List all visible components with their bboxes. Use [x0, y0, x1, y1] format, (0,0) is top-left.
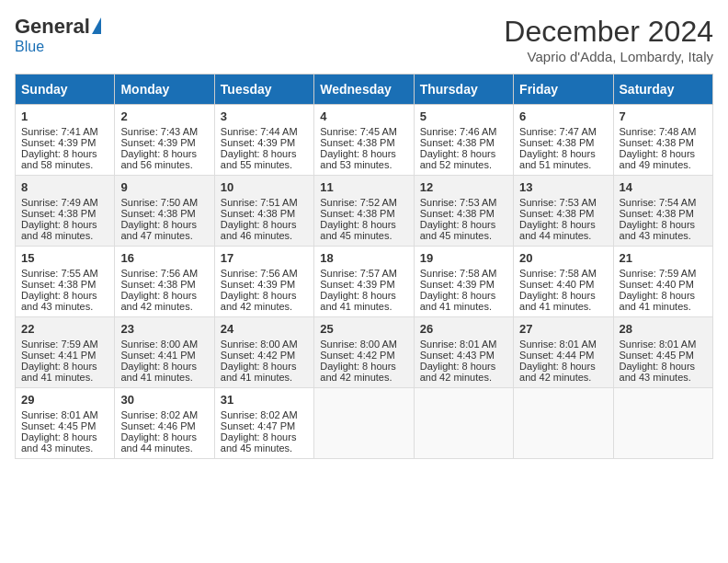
daylight-label: Daylight: 8 hours and 42 minutes. [221, 290, 297, 312]
day-cell-31: 31 Sunrise: 8:02 AM Sunset: 4:47 PM Dayl… [214, 388, 313, 459]
daylight-label: Daylight: 8 hours and 53 minutes. [320, 148, 396, 170]
day-number: 14 [620, 180, 707, 194]
sunset-label: Sunset: 4:38 PM [620, 208, 694, 219]
sunset-label: Sunset: 4:39 PM [420, 279, 495, 290]
header-thursday: Thursday [414, 75, 513, 105]
daylight-label: Daylight: 8 hours and 45 minutes. [221, 431, 297, 454]
sunset-label: Sunset: 4:39 PM [221, 279, 295, 290]
sunset-label: Sunset: 4:39 PM [221, 137, 295, 148]
day-cell-empty [414, 388, 513, 459]
daylight-label: Daylight: 8 hours and 43 minutes. [21, 290, 97, 312]
day-number: 12 [420, 180, 507, 194]
sunrise-label: Sunrise: 7:56 AM [120, 268, 198, 279]
day-number: 10 [221, 180, 308, 194]
day-cell-16: 16 Sunrise: 7:56 AM Sunset: 4:38 PM Dayl… [115, 247, 214, 317]
logo-blue: Blue [15, 39, 44, 55]
day-number: 17 [221, 251, 308, 265]
sunrise-label: Sunrise: 7:54 AM [620, 197, 697, 208]
day-cell-empty [514, 388, 613, 459]
daylight-label: Daylight: 8 hours and 41 minutes. [221, 361, 297, 383]
daylight-label: Daylight: 8 hours and 45 minutes. [320, 219, 396, 241]
sunrise-label: Sunrise: 7:50 AM [120, 197, 198, 208]
day-number: 26 [420, 322, 507, 336]
day-number: 6 [519, 109, 607, 123]
daylight-label: Daylight: 8 hours and 58 minutes. [21, 148, 97, 170]
day-number: 19 [420, 251, 507, 265]
sunset-label: Sunset: 4:38 PM [519, 208, 594, 219]
calendar-row-1: 1 Sunrise: 7:41 AM Sunset: 4:39 PM Dayli… [16, 105, 713, 176]
day-cell-29: 29 Sunrise: 8:01 AM Sunset: 4:45 PM Dayl… [16, 388, 115, 459]
sunset-label: Sunset: 4:38 PM [320, 137, 394, 148]
day-cell-18: 18 Sunrise: 7:57 AM Sunset: 4:39 PM Dayl… [314, 247, 414, 317]
sunset-label: Sunset: 4:45 PM [620, 350, 694, 361]
daylight-label: Daylight: 8 hours and 44 minutes. [120, 431, 197, 454]
daylight-label: Daylight: 8 hours and 42 minutes. [519, 361, 596, 383]
day-number: 7 [620, 109, 707, 123]
day-cell-24: 24 Sunrise: 8:00 AM Sunset: 4:42 PM Dayl… [214, 317, 313, 388]
sunset-label: Sunset: 4:38 PM [21, 279, 96, 290]
daylight-label: Daylight: 8 hours and 49 minutes. [620, 148, 696, 170]
logo-general: General [15, 15, 90, 39]
daylight-label: Daylight: 8 hours and 55 minutes. [221, 148, 297, 170]
day-cell-7: 7 Sunrise: 7:48 AM Sunset: 4:38 PM Dayli… [613, 105, 712, 176]
daylight-label: Daylight: 8 hours and 41 minutes. [519, 290, 596, 312]
title-area: December 2024 Vaprio d'Adda, Lombardy, I… [504, 15, 713, 64]
sunrise-label: Sunrise: 8:01 AM [519, 339, 597, 350]
sunset-label: Sunset: 4:45 PM [21, 420, 96, 431]
daylight-label: Daylight: 8 hours and 41 minutes. [620, 290, 696, 312]
sunrise-label: Sunrise: 7:52 AM [320, 197, 397, 208]
daylight-label: Daylight: 8 hours and 45 minutes. [420, 219, 496, 241]
calendar-row-3: 15 Sunrise: 7:55 AM Sunset: 4:38 PM Dayl… [16, 247, 713, 317]
day-number: 11 [320, 180, 407, 194]
daylight-label: Daylight: 8 hours and 52 minutes. [420, 148, 496, 170]
sunrise-label: Sunrise: 8:01 AM [620, 339, 697, 350]
day-cell-22: 22 Sunrise: 7:59 AM Sunset: 4:41 PM Dayl… [16, 317, 115, 388]
header-tuesday: Tuesday [214, 75, 313, 105]
sunset-label: Sunset: 4:47 PM [221, 420, 295, 431]
daylight-label: Daylight: 8 hours and 47 minutes. [120, 219, 197, 241]
day-cell-13: 13 Sunrise: 7:53 AM Sunset: 4:38 PM Dayl… [514, 176, 613, 247]
day-number: 31 [221, 393, 308, 407]
day-cell-11: 11 Sunrise: 7:52 AM Sunset: 4:38 PM Dayl… [314, 176, 414, 247]
page-header: General Blue December 2024 Vaprio d'Adda… [15, 15, 713, 64]
day-number: 3 [221, 109, 308, 123]
sunrise-label: Sunrise: 7:45 AM [320, 126, 397, 137]
sunrise-label: Sunrise: 8:02 AM [120, 409, 198, 420]
day-number: 23 [120, 322, 208, 336]
sunrise-label: Sunrise: 8:00 AM [320, 339, 397, 350]
day-number: 4 [320, 109, 407, 123]
day-cell-10: 10 Sunrise: 7:51 AM Sunset: 4:38 PM Dayl… [214, 176, 313, 247]
header-row: Sunday Monday Tuesday Wednesday Thursday… [16, 75, 713, 105]
sunset-label: Sunset: 4:42 PM [221, 350, 295, 361]
day-cell-17: 17 Sunrise: 7:56 AM Sunset: 4:39 PM Dayl… [214, 247, 313, 317]
day-cell-15: 15 Sunrise: 7:55 AM Sunset: 4:38 PM Dayl… [16, 247, 115, 317]
sunset-label: Sunset: 4:46 PM [120, 420, 195, 431]
sunset-label: Sunset: 4:38 PM [519, 137, 594, 148]
sunset-label: Sunset: 4:41 PM [120, 350, 195, 361]
sunrise-label: Sunrise: 7:59 AM [21, 339, 98, 350]
sunrise-label: Sunrise: 7:46 AM [420, 126, 497, 137]
daylight-label: Daylight: 8 hours and 43 minutes. [620, 361, 696, 383]
day-number: 5 [420, 109, 507, 123]
day-cell-30: 30 Sunrise: 8:02 AM Sunset: 4:46 PM Dayl… [115, 388, 214, 459]
day-cell-26: 26 Sunrise: 8:01 AM Sunset: 4:43 PM Dayl… [414, 317, 513, 388]
day-cell-19: 19 Sunrise: 7:58 AM Sunset: 4:39 PM Dayl… [414, 247, 513, 317]
sunrise-label: Sunrise: 7:55 AM [21, 268, 98, 279]
sunset-label: Sunset: 4:39 PM [320, 279, 394, 290]
sunrise-label: Sunrise: 7:48 AM [620, 126, 697, 137]
sunrise-label: Sunrise: 7:49 AM [21, 197, 98, 208]
header-saturday: Saturday [613, 75, 712, 105]
day-cell-20: 20 Sunrise: 7:58 AM Sunset: 4:40 PM Dayl… [514, 247, 613, 317]
calendar-row-4: 22 Sunrise: 7:59 AM Sunset: 4:41 PM Dayl… [16, 317, 713, 388]
sunrise-label: Sunrise: 8:01 AM [420, 339, 497, 350]
sunrise-label: Sunrise: 7:57 AM [320, 268, 397, 279]
day-number: 27 [519, 322, 607, 336]
day-number: 29 [21, 393, 108, 407]
sunset-label: Sunset: 4:39 PM [120, 137, 195, 148]
sunrise-label: Sunrise: 7:53 AM [420, 197, 497, 208]
sunset-label: Sunset: 4:38 PM [620, 137, 694, 148]
header-friday: Friday [514, 75, 613, 105]
sunset-label: Sunset: 4:38 PM [21, 208, 96, 219]
day-number: 21 [620, 251, 707, 265]
day-cell-21: 21 Sunrise: 7:59 AM Sunset: 4:40 PM Dayl… [613, 247, 712, 317]
